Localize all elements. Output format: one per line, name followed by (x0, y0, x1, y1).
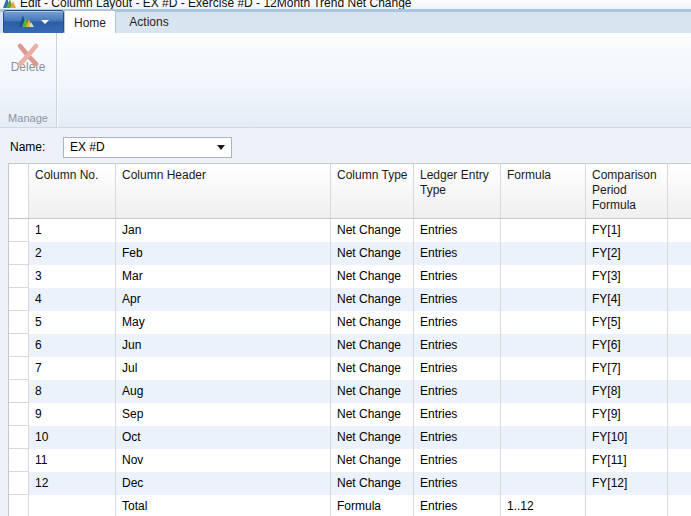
cell-ledger[interactable]: Entries (414, 242, 501, 265)
cell-type[interactable]: Net Change (331, 380, 414, 403)
cell-no[interactable]: 12 (29, 472, 116, 495)
cell-comparison[interactable]: FY[12] (586, 472, 668, 495)
row-selector[interactable] (9, 472, 29, 495)
application-menu-button[interactable] (3, 10, 64, 34)
tab-actions[interactable]: Actions (118, 12, 180, 33)
cell-type[interactable]: Net Change (331, 219, 414, 242)
cell-ledger[interactable]: Entries (414, 495, 501, 516)
tab-home[interactable]: Home (64, 10, 116, 33)
column-header-ledger-entry-type[interactable]: Ledger Entry Type (414, 164, 501, 218)
cell-no[interactable]: 7 (29, 357, 116, 380)
cell-formula[interactable] (501, 380, 586, 403)
cell-ledger[interactable]: Entries (414, 219, 501, 242)
cell-type[interactable]: Formula (331, 495, 414, 516)
cell-comparison[interactable]: FY[5] (586, 311, 668, 334)
cell-no[interactable]: 8 (29, 380, 116, 403)
cell-type[interactable]: Net Change (331, 334, 414, 357)
cell-ledger[interactable]: Entries (414, 472, 501, 495)
cell-no[interactable]: 3 (29, 265, 116, 288)
cell-formula[interactable] (501, 334, 586, 357)
row-selector[interactable] (9, 288, 29, 311)
cell-type[interactable]: Net Change (331, 288, 414, 311)
cell-ledger[interactable]: Entries (414, 334, 501, 357)
column-header-column-header[interactable]: Column Header (116, 164, 331, 218)
cell-formula[interactable] (501, 265, 586, 288)
row-selector[interactable] (9, 334, 29, 357)
delete-button[interactable]: Delete (4, 38, 52, 106)
row-selector[interactable] (9, 403, 29, 426)
column-header-formula[interactable]: Formula (501, 164, 586, 218)
cell-no[interactable]: 5 (29, 311, 116, 334)
cell-no[interactable]: 1 (29, 219, 116, 242)
column-header-column-type[interactable]: Column Type (331, 164, 414, 218)
cell-comparison[interactable]: FY[8] (586, 380, 668, 403)
cell-header[interactable]: Jul (116, 357, 331, 380)
cell-no[interactable]: 2 (29, 242, 116, 265)
cell-type[interactable]: Net Change (331, 426, 414, 449)
cell-type[interactable]: Net Change (331, 403, 414, 426)
cell-no[interactable]: 10 (29, 426, 116, 449)
cell-comparison[interactable]: FY[10] (586, 426, 668, 449)
cell-ledger[interactable]: Entries (414, 311, 501, 334)
cell-formula[interactable]: 1..12 (501, 495, 586, 516)
cell-formula[interactable] (501, 219, 586, 242)
cell-no[interactable]: 9 (29, 403, 116, 426)
row-selector[interactable] (9, 357, 29, 380)
cell-no[interactable] (29, 495, 116, 516)
cell-comparison[interactable]: FY[3] (586, 265, 668, 288)
cell-header[interactable]: Apr (116, 288, 331, 311)
cell-ledger[interactable]: Entries (414, 380, 501, 403)
cell-header[interactable]: Oct (116, 426, 331, 449)
cell-formula[interactable] (501, 426, 586, 449)
name-combobox[interactable]: EX #D (63, 137, 232, 158)
cell-comparison[interactable]: FY[9] (586, 403, 668, 426)
cell-type[interactable]: Net Change (331, 357, 414, 380)
row-selector[interactable] (9, 311, 29, 334)
cell-formula[interactable] (501, 357, 586, 380)
row-selector[interactable] (9, 380, 29, 403)
cell-header[interactable]: Jun (116, 334, 331, 357)
cell-ledger[interactable]: Entries (414, 403, 501, 426)
row-selector[interactable] (9, 265, 29, 288)
row-selector[interactable] (9, 495, 29, 516)
cell-no[interactable]: 4 (29, 288, 116, 311)
cell-comparison[interactable]: FY[1] (586, 219, 668, 242)
cell-formula[interactable] (501, 288, 586, 311)
cell-header[interactable]: Sep (116, 403, 331, 426)
cell-type[interactable]: Net Change (331, 242, 414, 265)
cell-formula[interactable] (501, 403, 586, 426)
cell-header[interactable]: Total (116, 495, 331, 516)
cell-no[interactable]: 6 (29, 334, 116, 357)
cell-comparison[interactable]: FY[7] (586, 357, 668, 380)
cell-comparison[interactable] (586, 495, 668, 516)
cell-formula[interactable] (501, 472, 586, 495)
cell-type[interactable]: Net Change (331, 311, 414, 334)
cell-type[interactable]: Net Change (331, 449, 414, 472)
cell-comparison[interactable]: FY[11] (586, 449, 668, 472)
cell-type[interactable]: Net Change (331, 472, 414, 495)
cell-ledger[interactable]: Entries (414, 288, 501, 311)
cell-header[interactable]: May (116, 311, 331, 334)
cell-formula[interactable] (501, 311, 586, 334)
row-selector[interactable] (9, 242, 29, 265)
cell-comparison[interactable]: FY[6] (586, 334, 668, 357)
cell-header[interactable]: Feb (116, 242, 331, 265)
column-header-comparison-period-formula[interactable]: Comparison Period Formula (586, 164, 668, 218)
cell-header[interactable]: Aug (116, 380, 331, 403)
cell-no[interactable]: 11 (29, 449, 116, 472)
cell-header[interactable]: Mar (116, 265, 331, 288)
cell-header[interactable]: Nov (116, 449, 331, 472)
row-selector[interactable] (9, 219, 29, 242)
cell-header[interactable]: Jan (116, 219, 331, 242)
cell-ledger[interactable]: Entries (414, 265, 501, 288)
row-selector-header[interactable] (9, 164, 29, 218)
column-header-column-no[interactable]: Column No. (29, 164, 116, 218)
row-selector[interactable] (9, 426, 29, 449)
cell-formula[interactable] (501, 449, 586, 472)
cell-ledger[interactable]: Entries (414, 357, 501, 380)
cell-header[interactable]: Dec (116, 472, 331, 495)
cell-comparison[interactable]: FY[4] (586, 288, 668, 311)
cell-ledger[interactable]: Entries (414, 449, 501, 472)
cell-comparison[interactable]: FY[2] (586, 242, 668, 265)
cell-ledger[interactable]: Entries (414, 426, 501, 449)
